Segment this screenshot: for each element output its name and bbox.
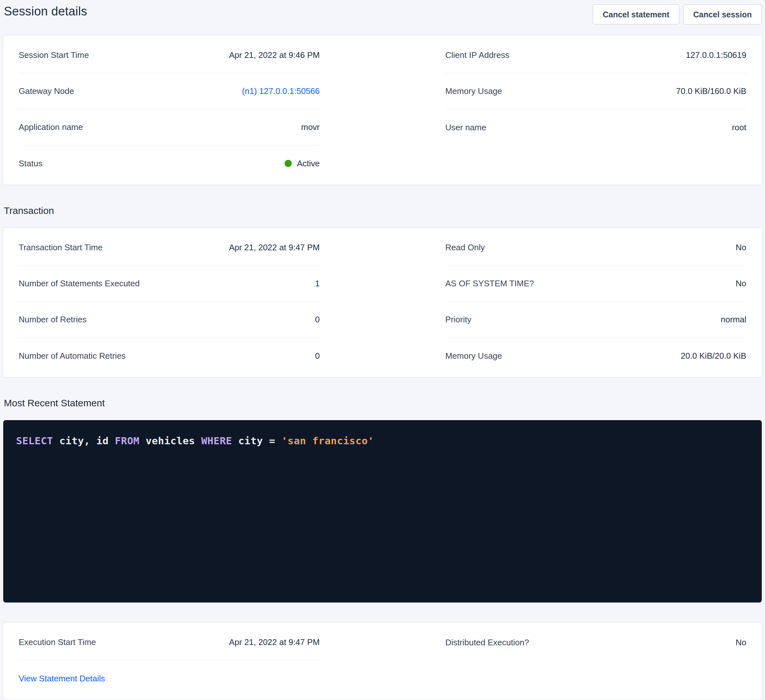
cancel-session-button[interactable]: Cancel session [683,5,762,24]
statements-executed-value: 1 [315,279,320,289]
transaction-card: Transaction Start Time Apr 21, 2022 at 9… [3,228,762,377]
user-name-row: User name root [445,109,746,145]
sql-string-literal: 'san francisco' [282,435,374,447]
header-actions: Cancel statement Cancel session [593,5,762,24]
distributed-execution-row: Distributed Execution? No [445,625,746,661]
client-ip-row: Client IP Address 127.0.0.1:50619 [445,37,746,73]
as-of-system-time-value: No [736,279,746,289]
statements-executed-label: Number of Statements Executed [19,279,140,289]
sql-condition-column: city = [232,435,282,447]
execution-card-left-column: Execution Start Time Apr 21, 2022 at 9:4… [19,625,320,697]
client-ip-label: Client IP Address [445,50,509,60]
sql-keyword-from: FROM [115,435,140,447]
priority-label: Priority [445,315,471,325]
view-statement-details-row: View Statement Details [19,661,320,697]
active-status-dot-icon [285,160,292,167]
session-memory-usage-value: 70.0 KiB/160.0 KiB [676,86,746,96]
transaction-card-left-column: Transaction Start Time Apr 21, 2022 at 9… [19,230,320,374]
sql-table: vehicles [139,435,201,447]
gateway-node-label: Gateway Node [19,86,74,96]
execution-start-time-label: Execution Start Time [19,637,96,647]
as-of-system-time-row: AS OF SYSTEM TIME? No [445,266,746,302]
session-start-time-value: Apr 21, 2022 at 9:46 PM [229,50,320,60]
read-only-label: Read Only [445,243,485,253]
user-name-value: root [732,122,746,133]
transaction-memory-usage-row: Memory Usage 20.0 KiB/20.0 KiB [445,338,746,374]
execution-card-right-column: Distributed Execution? No [445,625,746,661]
read-only-value: No [736,243,746,253]
client-ip-value: 127.0.0.1:50619 [686,50,746,60]
priority-row: Priority normal [445,302,746,338]
transaction-start-time-value: Apr 21, 2022 at 9:47 PM [229,243,320,253]
gateway-node-link[interactable]: (n1) 127.0.0.1:50566 [242,86,320,96]
application-name-row: Application name movr [19,109,320,145]
session-summary-card: Session Start Time Apr 21, 2022 at 9:46 … [3,35,762,185]
most-recent-statement-heading: Most Recent Statement [3,398,762,408]
distributed-execution-label: Distributed Execution? [445,637,529,648]
cancel-statement-button[interactable]: Cancel statement [593,5,679,24]
transaction-start-time-row: Transaction Start Time Apr 21, 2022 at 9… [19,230,320,266]
transaction-section-heading: Transaction [3,205,762,216]
automatic-retries-value: 0 [315,351,320,361]
application-name-value: movr [301,122,320,132]
read-only-row: Read Only No [445,230,746,266]
user-name-label: User name [445,122,486,133]
execution-start-time-value: Apr 21, 2022 at 9:47 PM [229,637,320,647]
sql-columns: city, id [53,435,115,447]
transaction-memory-usage-label: Memory Usage [445,351,502,361]
priority-value: normal [721,315,746,325]
status-value: Active [297,159,320,169]
transaction-memory-usage-value: 20.0 KiB/20.0 KiB [681,351,746,361]
automatic-retries-label: Number of Automatic Retries [19,351,126,361]
sql-keyword-where: WHERE [201,435,232,447]
session-memory-usage-label: Memory Usage [445,86,502,96]
session-start-time-row: Session Start Time Apr 21, 2022 at 9:46 … [19,37,320,73]
status-label: Status [19,159,42,169]
page-header: Session details Cancel statement Cancel … [3,5,762,24]
session-card-left-column: Session Start Time Apr 21, 2022 at 9:46 … [19,37,320,181]
as-of-system-time-label: AS OF SYSTEM TIME? [445,279,534,289]
page-title: Session details [3,5,87,18]
number-of-retries-row: Number of Retries 0 [19,302,320,338]
number-of-retries-label: Number of Retries [19,315,87,325]
execution-card: Execution Start Time Apr 21, 2022 at 9:4… [3,623,762,700]
session-card-right-column: Client IP Address 127.0.0.1:50619 Memory… [445,37,746,145]
sql-statement-box: SELECT city, id FROM vehicles WHERE city… [3,420,762,603]
statements-executed-row: Number of Statements Executed 1 [19,266,320,302]
view-statement-details-link[interactable]: View Statement Details [19,673,105,684]
transaction-start-time-label: Transaction Start Time [19,243,103,253]
session-start-time-label: Session Start Time [19,50,89,60]
status-badge: Active [285,159,320,169]
transaction-card-right-column: Read Only No AS OF SYSTEM TIME? No Prior… [445,230,746,374]
status-row: Status Active [19,145,320,181]
number-of-retries-value: 0 [315,315,320,325]
session-details-page: Session details Cancel statement Cancel … [0,0,765,700]
execution-start-time-row: Execution Start Time Apr 21, 2022 at 9:4… [19,625,320,661]
application-name-label: Application name [19,122,83,132]
automatic-retries-row: Number of Automatic Retries 0 [19,338,320,374]
distributed-execution-value: No [736,637,746,648]
sql-keyword-select: SELECT [16,435,53,447]
gateway-node-row: Gateway Node (n1) 127.0.0.1:50566 [19,73,320,109]
session-memory-usage-row: Memory Usage 70.0 KiB/160.0 KiB [445,73,746,109]
